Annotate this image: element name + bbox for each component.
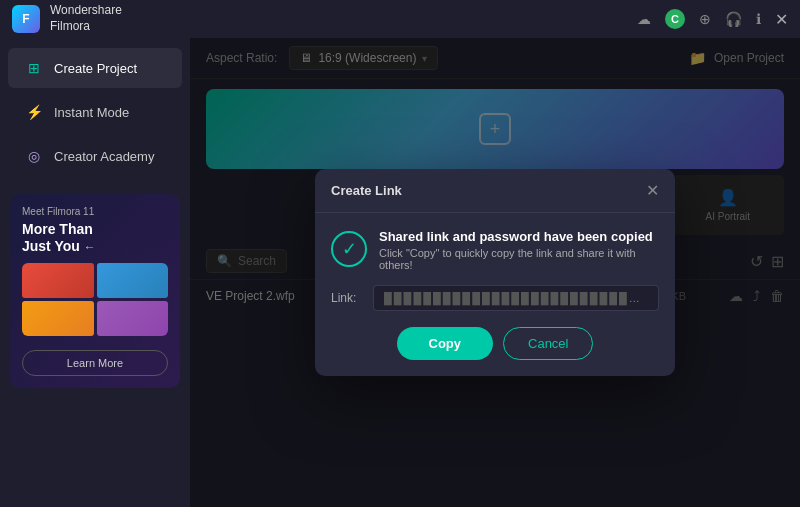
sidebar-item-label: Creator Academy [54, 149, 154, 164]
link-label: Link: [331, 291, 363, 305]
arrow-icon: ← [84, 240, 96, 254]
create-link-modal: Create Link ✕ ✓ Shared link and password… [315, 169, 675, 376]
sidebar-item-create-project[interactable]: ⊞ Create Project [8, 48, 182, 88]
modal-overlay: Create Link ✕ ✓ Shared link and password… [190, 38, 800, 507]
modal-title: Create Link [331, 183, 402, 198]
modal-header: Create Link ✕ [315, 169, 675, 213]
sidebar-item-instant-mode[interactable]: ⚡ Instant Mode [8, 92, 182, 132]
titlebar: F Wondershare Filmora ☁ C ⊕ 🎧 ℹ ✕ [0, 0, 800, 38]
promo-image-3 [22, 301, 94, 336]
plus-square-icon: ⊞ [24, 58, 44, 78]
content-area: Aspect Ratio: 🖥 16:9 (Widescreen) ▾ 📁 Op… [190, 38, 800, 507]
success-check-icon: ✓ [331, 231, 367, 267]
headphone-icon[interactable]: 🎧 [725, 11, 742, 27]
close-icon[interactable]: ✕ [775, 10, 788, 29]
add-circle-icon[interactable]: ⊕ [699, 11, 711, 27]
copy-button[interactable]: Copy [397, 327, 494, 360]
app-title: Wondershare Filmora [50, 3, 122, 34]
sidebar: ⊞ Create Project ⚡ Instant Mode ◎ Creato… [0, 38, 190, 507]
promo-card: Meet Filmora 11 More Than Just You ← Lea… [10, 194, 180, 388]
main-layout: ⊞ Create Project ⚡ Instant Mode ◎ Creato… [0, 38, 800, 507]
titlebar-icons: ☁ C ⊕ 🎧 ℹ ✕ [637, 9, 788, 29]
promo-meet-text: Meet Filmora 11 [22, 206, 168, 217]
modal-body: ✓ Shared link and password have been cop… [315, 213, 675, 376]
sidebar-item-creator-academy[interactable]: ◎ Creator Academy [8, 136, 182, 176]
link-row: Link: ████████████████████████████ [331, 285, 659, 311]
cancel-button[interactable]: Cancel [503, 327, 593, 360]
info-icon[interactable]: ℹ [756, 11, 761, 27]
success-subtitle: Click "Copy" to quickly copy the link an… [379, 247, 659, 271]
promo-image-4 [97, 301, 169, 336]
success-row: ✓ Shared link and password have been cop… [331, 229, 659, 271]
promo-images [22, 263, 168, 336]
promo-image-2 [97, 263, 169, 298]
success-title: Shared link and password have been copie… [379, 229, 659, 244]
cloud-icon[interactable]: ☁ [637, 11, 651, 27]
lightning-icon: ⚡ [24, 102, 44, 122]
modal-close-button[interactable]: ✕ [646, 181, 659, 200]
titlebar-left: F Wondershare Filmora [12, 3, 122, 34]
circle-user-icon: ◎ [24, 146, 44, 166]
success-text: Shared link and password have been copie… [379, 229, 659, 271]
learn-more-button[interactable]: Learn More [22, 350, 168, 376]
modal-actions: Copy Cancel [331, 327, 659, 360]
sidebar-item-label: Instant Mode [54, 105, 129, 120]
user-circle-icon[interactable]: C [665, 9, 685, 29]
link-value: ████████████████████████████ [373, 285, 659, 311]
promo-image-1 [22, 263, 94, 298]
sidebar-item-label: Create Project [54, 61, 137, 76]
app-logo: F [12, 5, 40, 33]
promo-headline: More Than Just You ← [22, 221, 168, 255]
